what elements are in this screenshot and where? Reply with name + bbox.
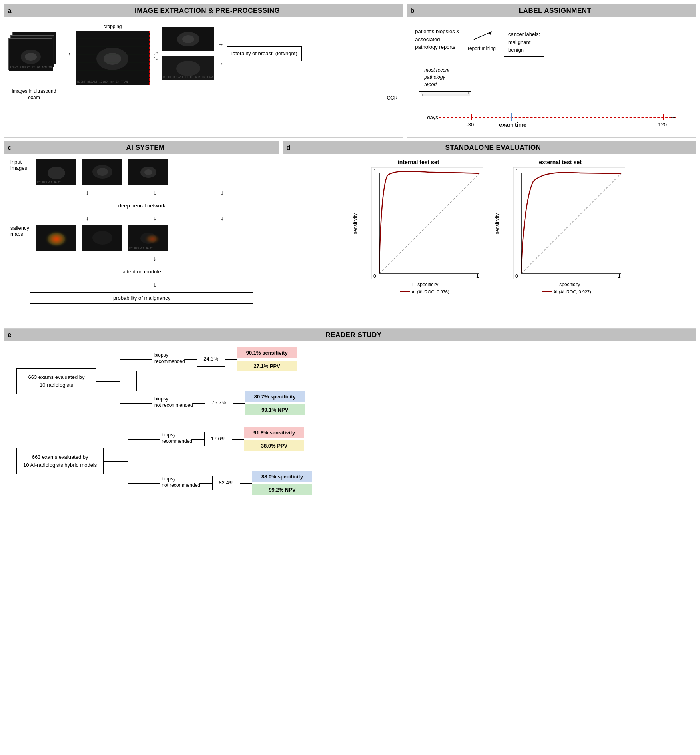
npv-result-1: 99.1% NPV	[245, 404, 305, 415]
neg30-label: -30	[466, 122, 474, 127]
saliency-map-3: RT BREAST 9:02	[128, 225, 168, 251]
panel-d: d STANDALONE EVALUATION internal test se…	[283, 141, 696, 325]
lower-branch-1: biopsy not recommended 75.7% 80.7% speci…	[120, 391, 305, 415]
panel-e-label: e	[4, 331, 12, 339]
pct-not-rec-1: 75.7%	[205, 396, 233, 410]
legend-external: AI (AUROC, 0.927)	[542, 289, 591, 294]
svg-point-32	[44, 230, 68, 248]
us-image-3: RIGHT BREAST 12:00 4CM IN TRAN...	[8, 38, 52, 70]
reader-section-2: 663 exams evaluated by 10 AI-radiologist…	[16, 427, 684, 495]
svg-rect-46	[513, 167, 625, 279]
us-crop-top	[162, 27, 214, 52]
svg-point-22	[48, 167, 65, 179]
probability-box: probability of malignancy	[30, 292, 253, 304]
attention-box: attention module	[30, 266, 253, 277]
specificity-result-1: 80.7% specificity	[245, 391, 305, 402]
sensitivity-result-2: 91.8% sensitivity	[244, 427, 304, 438]
roc-svg-internal: 1 0 1	[371, 167, 483, 281]
reader-section-1: 663 exams evaluated by 10 radiologists b…	[16, 347, 684, 415]
panel-a-content: RIGHT BREAST 12:00 4CM IN TRAN... RIGHT …	[4, 17, 403, 87]
biopsies-label: patient's biopsies & associated patholog…	[415, 28, 460, 51]
roc-charts-row: internal test set sensitivity 1 0 1	[289, 159, 690, 294]
roc-svg-external: 1 0 1	[513, 167, 625, 281]
panel-e-title: READER STUDY	[325, 331, 381, 339]
sensitivity-label-internal: sensitivity	[353, 210, 358, 238]
npv-result-2: 99.2% NPV	[252, 484, 312, 495]
panel-e-content: 663 exams evaluated by 10 radiologists b…	[4, 341, 696, 501]
panel-a-header: a IMAGE EXTRACTION & PRE-PROCESSING	[4, 4, 403, 17]
biopsy-rec-label-1: biopsy recommended	[154, 352, 185, 365]
panel-b-title: LABEL ASSIGNMENT	[519, 7, 592, 14]
arrow-6: ↓	[221, 215, 224, 222]
arrow-2: ↓	[153, 189, 156, 197]
svg-point-17	[176, 61, 200, 76]
specificity-label-internal: 1 - specificity	[411, 282, 438, 287]
exam-time-label: exam time	[499, 122, 526, 128]
panel-c-content: input images RT BREAST 9:02	[4, 154, 279, 309]
line-to-pct-2	[192, 439, 204, 440]
panel-b-header: b LABEL ASSIGNMENT	[407, 4, 696, 17]
svg-point-37	[144, 233, 161, 245]
pct-not-rec-2: 82.4%	[212, 476, 240, 490]
panel-e-header: e READER STUDY	[4, 329, 696, 341]
specificity-result-2: 88.0% specificity	[252, 471, 312, 482]
external-title: external test set	[539, 159, 582, 165]
saliency-map-2	[82, 225, 122, 251]
svg-point-2	[25, 53, 37, 61]
panel-d-header: d STANDALONE EVALUATION	[283, 141, 696, 154]
arrow-to-probability: ↓	[153, 281, 157, 289]
biopsy-not-rec-label-1: biopsy not recommended	[154, 396, 193, 408]
us-image-stack: RIGHT BREAST 12:00 4CM IN TRAN... RIGHT …	[8, 32, 60, 76]
panel-c-title: AI SYSTEM	[126, 144, 165, 151]
section2-start-box: 663 exams evaluated by 10 AI-radiologist…	[16, 448, 104, 474]
middle-row: c AI SYSTEM input images RT BREAST 9:02	[4, 141, 696, 325]
us-crop-bottom: RIGHT BREAST 12:00 4CM IN TRAN	[162, 56, 214, 81]
panel-e: e READER STUDY 663 exams evaluated by 10…	[4, 328, 696, 528]
cropping-label: cropping	[103, 24, 122, 29]
ppv-result-1: 27.1% PPV	[237, 361, 297, 371]
pct-rec-1: 24.3%	[197, 352, 225, 366]
internal-title: internal test set	[398, 159, 439, 165]
input-image-3	[128, 159, 168, 186]
days-label: days	[427, 114, 438, 120]
svg-text:RT BREAST 9:02: RT BREAST 9:02	[129, 247, 153, 250]
arrow-to-big-image: →	[64, 49, 72, 59]
line-from-pct-2	[232, 439, 244, 440]
biopsy-not-rec-label-2: biopsy not recommended	[162, 476, 200, 488]
vertical-connector-1	[136, 371, 137, 391]
svg-point-6	[104, 53, 121, 65]
panel-b-label: b	[407, 7, 415, 15]
panel-a-label: a	[4, 7, 12, 15]
dnn-box: deep neural network	[30, 200, 253, 211]
results-bottom-1: 80.7% specificity 99.1% NPV	[245, 391, 305, 415]
panel-c-header: c AI SYSTEM	[4, 141, 279, 154]
laterality-text: laterality of breast: (left/right)	[231, 50, 297, 56]
arrows-from-dnn: ↓ ↓ ↓	[54, 215, 256, 222]
line-to-pct-not-1	[193, 403, 205, 404]
saliency-map-1	[36, 225, 76, 251]
line-from-pct-1	[225, 359, 237, 360]
panel-b-content: patient's biopsies & associated patholog…	[407, 19, 696, 137]
us-image-big: RIGHT BREAST 12:00 4CM IN TRAN	[76, 31, 150, 85]
svg-text:1: 1	[515, 169, 518, 174]
svg-text:RIGHT BREAST 12:00 4CM IN TRAN: RIGHT BREAST 12:00 4CM IN TRAN	[77, 80, 128, 84]
arrow-1: ↓	[86, 189, 89, 197]
legend-text-internal: AI (AUROC, 0.976)	[412, 289, 449, 294]
results-top-1: 90.1% sensitivity 27.1% PPV	[237, 347, 297, 371]
panel-b: b LABEL ASSIGNMENT patient's biopsies & …	[407, 4, 696, 138]
roc-internal: internal test set sensitivity 1 0 1	[353, 159, 483, 294]
svg-point-29	[144, 169, 152, 175]
svg-text:1: 1	[618, 273, 621, 279]
svg-text:RT BREAST 9:02: RT BREAST 9:02	[37, 181, 61, 184]
sensitivity-label-external: sensitivity	[495, 210, 500, 238]
panel-a-bottom: images in ultrasound exam OCR	[4, 87, 403, 103]
svg-text:0: 0	[373, 273, 376, 279]
line-from-pct-not-2	[240, 483, 252, 484]
svg-point-15	[182, 35, 194, 43]
line-to-pct-1	[185, 359, 197, 360]
saliency-label: saliency maps	[10, 225, 30, 237]
lower-branch-2: biopsy not recommended 82.4% 88.0% speci…	[128, 471, 312, 495]
pct-rec-2: 17.6%	[204, 432, 232, 446]
images-label: images in ultrasound exam	[10, 88, 58, 101]
specificity-label-external: 1 - specificity	[552, 282, 580, 287]
